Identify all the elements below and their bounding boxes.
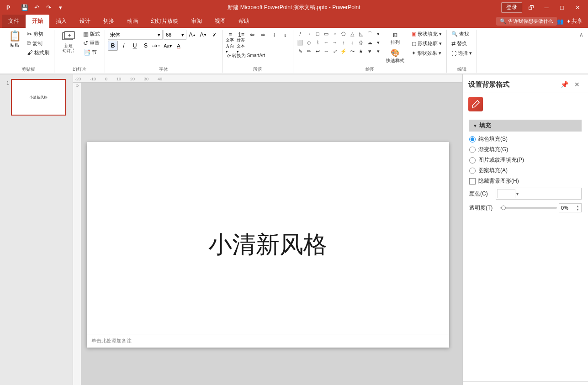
tab-design[interactable]: 设计 [73,15,97,28]
shape-rarrow-btn[interactable]: → [331,38,339,47]
arrange-button[interactable]: ⧈ 排列 [384,30,407,47]
shape-line-btn[interactable]: / [296,30,304,38]
shape-rtriangle-btn[interactable]: ◺ [357,30,365,38]
line-spacing-button[interactable]: ↕ [269,30,279,40]
tab-transitions[interactable]: 切换 [97,15,121,28]
tab-view[interactable]: 视图 [208,15,232,28]
decrease-font-button[interactable]: A▼ [198,30,208,40]
shape-uarrow-btn[interactable]: ↑ [339,38,348,47]
shape-wave-btn[interactable]: 〜 [348,47,356,55]
slide-caption[interactable]: 单击此处添加备注 [87,334,449,348]
shape-rect3-btn[interactable]: ⬜ [296,38,304,47]
transparency-value-box[interactable]: 0% ▲ ▼ [559,203,582,212]
shape-darrow-btn[interactable]: ↓ [348,38,356,47]
shape-larrow-btn[interactable]: ← [322,38,330,47]
increase-indent-button[interactable]: ⇨ [258,30,268,40]
hide-background-option[interactable]: 隐藏背景图形(H) [469,177,582,185]
layout-button[interactable]: ▦ 版式 [81,30,102,38]
slide-1-thumbnail[interactable]: 小清新风格 [11,79,66,116]
replace-button[interactable]: ⇄ 替换 [450,39,474,48]
find-button[interactable]: 🔍 查找 [450,30,474,38]
clear-format-button[interactable]: ✗ [209,30,219,40]
solid-fill-option[interactable]: 纯色填充(S) [469,135,582,143]
cut-button[interactable]: ✂ 剪切 [25,30,51,38]
transparency-up-button[interactable]: ▲ [576,205,579,208]
color-picker-button[interactable]: ▾ [496,188,582,200]
pattern-fill-radio[interactable] [469,168,476,174]
shape-rect2-btn[interactable]: ▭ [322,30,330,38]
shape-dbl-arrow-btn[interactable]: ↔ [322,47,330,55]
char-spacing-button[interactable]: ab↔ [152,41,162,51]
tab-slideshow[interactable]: 幻灯片放映 [144,15,185,28]
minimize-button[interactable]: ─ [540,2,553,13]
pattern-fill-option[interactable]: 图案填充(A) [469,167,582,174]
select-button[interactable]: ⛶ 选择▾ [450,49,474,58]
tab-home[interactable]: 开始 [26,15,49,28]
reset-button[interactable]: ↺ 重置 [81,39,102,47]
italic-button[interactable]: I [119,41,129,51]
gradient-fill-radio[interactable] [469,147,476,153]
close-button[interactable]: ✕ [571,2,584,13]
increase-font-button[interactable]: A▲ [187,30,197,40]
shape-ellipse-btn[interactable]: ○ [331,30,339,38]
shape-more-btn[interactable]: ▾ [374,30,382,38]
login-button[interactable]: 登录 [501,2,522,13]
convert-smartart-button[interactable]: ⟳ 转换为 SmartArt [225,52,267,60]
hide-background-checkbox[interactable] [469,178,476,185]
shape-pen-btn[interactable]: ✏ [305,47,313,55]
shape-curved-arrow-btn[interactable]: ↩ [313,47,322,55]
maximize-button[interactable]: □ [555,2,569,13]
format-painter-button[interactable]: 🖌 格式刷 [25,48,51,57]
copy-button[interactable]: ⧉ 复制 [25,39,51,48]
font-size-selector[interactable]: 66 ▾ [164,30,186,40]
shape-more2-btn[interactable]: ▾ [374,38,382,47]
shape-pentagon-btn[interactable]: ⬠ [339,30,348,38]
align-text-button[interactable]: 对齐文本▾ [236,41,246,51]
shape-arrow-btn[interactable]: → [305,30,313,38]
tab-file[interactable]: 文件 [2,15,26,28]
gradient-fill-option[interactable]: 渐变填充(G) [469,146,582,153]
shape-freeform-btn[interactable]: ✎ [296,47,304,55]
tab-insert[interactable]: 插入 [49,15,73,28]
tab-review[interactable]: 审阅 [185,15,208,28]
picture-texture-fill-radio[interactable] [469,157,476,163]
solid-fill-radio[interactable] [469,136,476,142]
fill-section-header[interactable]: ▼ 填充 [469,120,582,132]
slide-canvas[interactable]: 小清新风格 单击此处添加备注 [87,142,449,348]
shape-zigzag-btn[interactable]: ⚡ [339,47,348,55]
section-button[interactable]: 📑 节 [81,48,102,57]
shape-heart-btn[interactable]: ♥ [366,47,374,55]
transparency-down-button[interactable]: ▼ [576,208,579,211]
panel-close-button[interactable]: ✕ [572,79,583,90]
font-color-button[interactable]: A [174,41,184,51]
customize-quick-access-button[interactable]: ▾ [55,2,66,13]
undo-button[interactable]: ↶ [31,2,42,13]
decrease-indent-button[interactable]: ⇦ [247,30,257,40]
case-button[interactable]: Aa▾ [163,41,173,51]
panel-pin-button[interactable]: 📌 [559,79,570,90]
shape-curly-btn[interactable]: {} [357,38,365,47]
shape-para-btn[interactable]: ⌇ [313,38,322,47]
shape-star-btn[interactable]: ★ [357,47,365,55]
font-name-selector[interactable]: 宋体 ▾ [108,30,163,40]
redo-button[interactable]: ↷ [43,2,54,13]
save-button[interactable]: 💾 [19,2,30,13]
shape-fill-button[interactable]: ▣ 形状填充▾ [410,30,444,38]
quick-styles-button[interactable]: 🎨 快速样式 [384,48,407,65]
underline-button[interactable]: U [130,41,140,51]
shape-rect-btn[interactable]: □ [313,30,322,38]
new-slide-button[interactable]: 新建幻灯片 [57,30,80,55]
columns-button[interactable]: ⫿ [280,30,290,40]
picture-texture-fill-option[interactable]: 图片或纹理填充(P) [469,156,582,164]
shape-curve-btn[interactable]: ⌒ [366,30,374,38]
search-box[interactable]: 🔍 告诉我你想要做什么 [496,17,557,26]
paste-button[interactable]: 📋 粘贴 [5,30,24,50]
share-button[interactable]: 👥 ♦ 共享 [557,17,586,25]
text-direction-button[interactable]: 文字方向▾ [225,41,235,51]
shape-more3-btn[interactable]: ▾ [374,47,382,55]
shape-outline-button[interactable]: ▢ 形状轮廓▾ [410,39,444,48]
restore-button[interactable]: 🗗 [524,2,538,13]
ribbon-collapse-button[interactable]: ∧ [579,32,583,38]
transparency-slider[interactable] [500,207,557,209]
shape-cloud-btn[interactable]: ☁ [366,38,374,47]
